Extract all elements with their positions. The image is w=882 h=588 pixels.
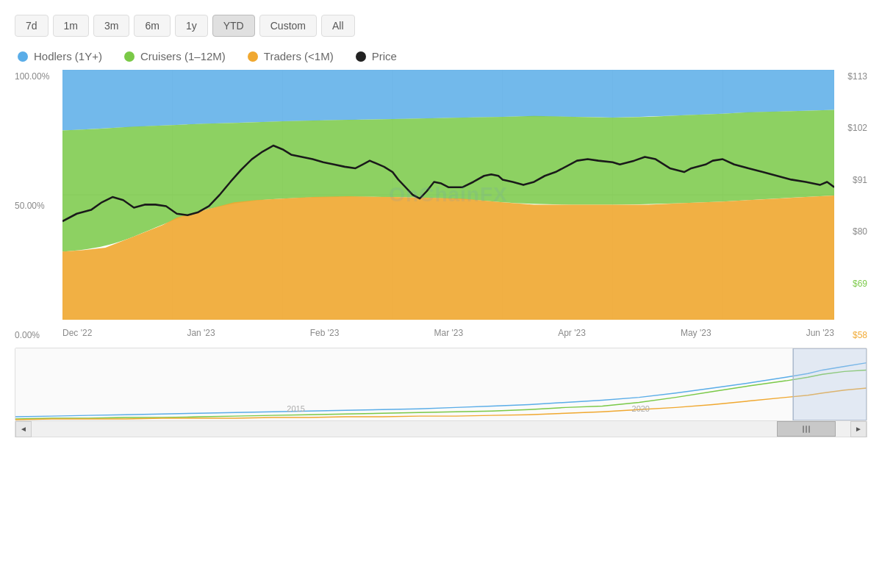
x-label-feb23: Feb '23 bbox=[310, 328, 340, 338]
grip-line-1 bbox=[803, 426, 804, 433]
scrollbar-thumb[interactable] bbox=[777, 421, 836, 437]
x-label-mar23: Mar '23 bbox=[434, 328, 463, 338]
x-label-jun23: Jun '23 bbox=[806, 328, 834, 338]
time-range-buttons: 7d1m3m6m1yYTDCustomAll bbox=[15, 15, 867, 37]
svg-rect-14 bbox=[793, 348, 867, 420]
price-91: $91 bbox=[834, 175, 867, 185]
price-80: $80 bbox=[834, 226, 867, 237]
grip-lines bbox=[803, 426, 810, 433]
chart-legend: Hodlers (1Y+) Cruisers (1–12M) Traders (… bbox=[15, 50, 867, 62]
y-axis-left: 100.00% 50.00% 0.00% bbox=[15, 70, 62, 342]
legend-label-price: Price bbox=[372, 50, 397, 62]
legend-label-hodlers: Hodlers (1Y+) bbox=[34, 50, 102, 62]
legend-label-traders: Traders (<1M) bbox=[264, 50, 334, 62]
main-container: 7d1m3m6m1yYTDCustomAll Hodlers (1Y+) Cru… bbox=[0, 0, 882, 588]
x-label-may23: May '23 bbox=[681, 328, 711, 338]
scrollbar: ◄ ► bbox=[15, 421, 867, 437]
price-102: $102 bbox=[834, 123, 867, 133]
legend-dot-cruisers bbox=[124, 51, 135, 62]
y-axis-right: $113 $102 $91 $80 $69 $58 bbox=[834, 70, 867, 342]
legend-label-cruisers: Cruisers (1–12M) bbox=[140, 50, 226, 62]
time-btn-1y[interactable]: 1y bbox=[175, 15, 208, 37]
y-label-50: 50.00% bbox=[15, 201, 62, 211]
x-label-jan23: Jan '23 bbox=[187, 328, 215, 338]
legend-dot-price bbox=[356, 51, 366, 62]
x-label-dec22: Dec '22 bbox=[62, 328, 92, 338]
time-btn-1m[interactable]: 1m bbox=[53, 15, 89, 37]
chart-svg bbox=[62, 70, 834, 320]
overview-chart[interactable]: 2015 2020 bbox=[15, 348, 867, 421]
legend-item-cruisers: Cruisers (1–12M) bbox=[124, 50, 226, 62]
overview-svg: 2015 2020 bbox=[15, 348, 867, 420]
grip-line-3 bbox=[808, 426, 810, 433]
x-axis: Dec '22 Jan '23 Feb '23 Mar '23 Apr '23 … bbox=[62, 323, 834, 342]
y-label-0: 0.00% bbox=[15, 330, 62, 340]
legend-dot-hodlers bbox=[18, 51, 28, 62]
price-113: $113 bbox=[834, 71, 867, 82]
scroll-right-button[interactable]: ► bbox=[850, 421, 867, 437]
legend-item-price: Price bbox=[356, 50, 397, 62]
legend-item-hodlers: Hodlers (1Y+) bbox=[18, 50, 102, 62]
svg-text:2015: 2015 bbox=[287, 404, 304, 413]
main-chart: 100.00% 50.00% 0.00% OnChainFX bbox=[15, 70, 867, 342]
y-label-100: 100.00% bbox=[15, 71, 62, 82]
price-58: $58 bbox=[834, 330, 867, 340]
x-label-apr23: Apr '23 bbox=[558, 328, 586, 338]
time-btn-3m[interactable]: 3m bbox=[93, 15, 129, 37]
chart-area[interactable]: OnChainFX bbox=[62, 70, 834, 320]
time-btn-ytd[interactable]: YTD bbox=[212, 15, 255, 37]
legend-dot-traders bbox=[248, 51, 258, 62]
time-btn-all[interactable]: All bbox=[321, 15, 355, 37]
scrollbar-track[interactable] bbox=[32, 421, 850, 437]
time-btn-6m[interactable]: 6m bbox=[134, 15, 170, 37]
time-btn-7d[interactable]: 7d bbox=[15, 15, 49, 37]
grip-line-2 bbox=[806, 426, 807, 433]
legend-item-traders: Traders (<1M) bbox=[248, 50, 334, 62]
time-btn-custom[interactable]: Custom bbox=[259, 15, 317, 37]
svg-text:2020: 2020 bbox=[632, 404, 650, 413]
price-69: $69 bbox=[834, 279, 867, 289]
scroll-left-button[interactable]: ◄ bbox=[15, 421, 32, 437]
